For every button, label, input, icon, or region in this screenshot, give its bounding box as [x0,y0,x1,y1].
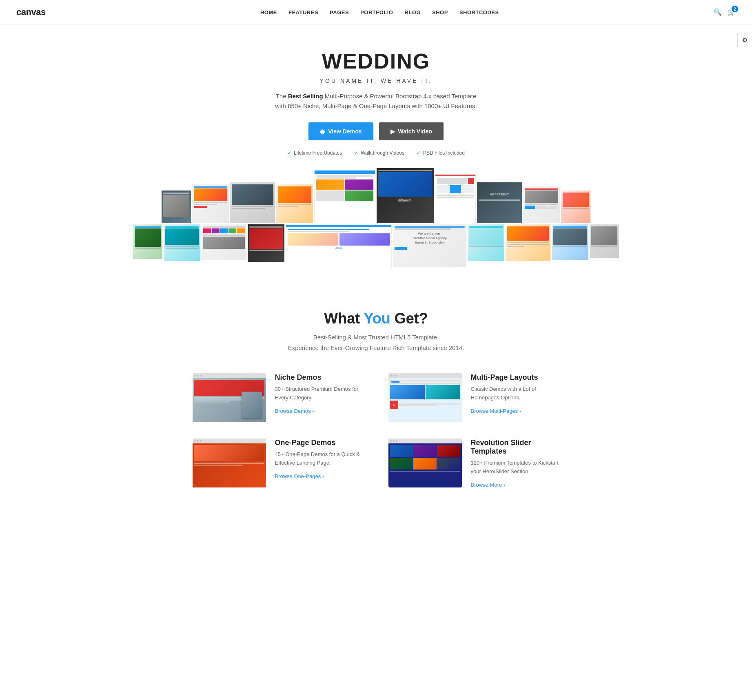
features-grid: Niche Demos 30+ Structured Premium Demos… [193,373,560,488]
revolution-content: Revolution Slider Templates 120+ Premium… [471,439,560,488]
watch-video-button[interactable]: ▶ Watch Video [379,122,444,140]
settings-button[interactable]: ⚙ [737,33,752,47]
nav-features[interactable]: FEATURES [288,9,318,16]
thumb-2-1 [133,224,162,259]
niche-demos-link[interactable]: Browse Demos › [275,408,314,414]
thumb-2-center: 3,583 [286,224,392,269]
nav-shortcodes[interactable]: SHORTCODES [459,9,499,16]
one-page-image [193,439,266,487]
settings-icon: ⚙ [742,37,748,43]
thumb-2-r1 [468,224,504,261]
check-icon-3: ✓ [417,150,421,156]
thumb-3 [230,182,275,223]
feature-revolution: Revolution Slider Templates 120+ Premium… [388,439,560,488]
site-logo[interactable]: canvas [16,7,46,18]
revolution-link[interactable]: Browse More › [471,482,506,488]
section-subtitle: Best-Selling & Most Trusted HTML5 Templa… [8,332,744,353]
thumb-2-r3 [552,224,588,260]
revolution-image [388,439,462,487]
hero-subtitle: YOU NAME IT. WE HAVE IT. [8,78,744,84]
hero-desc-bold: Best Selling [288,93,323,100]
nav-portfolio[interactable]: PORTFOLIO [360,9,393,16]
section-title: What You Get? [8,310,744,327]
play-icon: ▶ [390,128,395,135]
one-page-desc: 45+ One-Page Demos for a Quick & Effecti… [275,450,364,467]
screenshots-collage: different. [144,168,609,269]
thumb-2-2 [164,224,200,261]
niche-demos-image [193,373,266,422]
view-demos-button[interactable]: ◉ View Demos [308,122,373,140]
cart-icon[interactable]: 🛒 2 [728,8,736,16]
hero-buttons: ◉ View Demos ▶ Watch Video [8,122,744,140]
multi-page-desc: Classic Demos with a Lot of Homepages Op… [471,385,560,402]
nav-home[interactable]: HOME [260,9,277,16]
thumb-4 [276,184,313,223]
feature-one-page: One-Page Demos 45+ One-Page Demos for a … [193,439,364,488]
badge-videos: ✓ Walkthrough Videos [354,150,404,156]
multi-page-content: Multi-Page Layouts Classic Demos with a … [471,373,560,414]
one-page-title: One-Page Demos [275,439,364,447]
hero-badges: ✓ Lifetime Free Updates ✓ Walkthrough Vi… [8,150,744,156]
nav-icons: 🔍 🛒 2 [714,8,736,16]
thumb-1 [162,191,191,223]
multi-page-link[interactable]: Browse Multi-Pages › [471,408,521,414]
revolution-title: Revolution Slider Templates [471,439,560,456]
badge-updates: ✓ Lifetime Free Updates [287,150,342,156]
thumb-r3 [561,191,590,223]
hero-title: WEDDING [8,49,744,73]
check-icon-1: ✓ [287,150,291,156]
one-page-content: One-Page Demos 45+ One-Page Demos for a … [275,439,364,480]
hero-section: WEDDING YOU NAME IT. WE HAVE IT. The Bes… [0,24,752,277]
thumb-center-1 [314,170,375,223]
thumb-r2 [523,186,560,223]
niche-demos-title: Niche Demos [275,373,364,382]
niche-demos-desc: 30+ Structured Premium Demos for Every C… [275,385,364,402]
thumb-2-r4 [590,224,619,258]
feature-niche-demos: Niche Demos 30+ Structured Premium Demos… [193,373,364,422]
nav-pages[interactable]: PAGES [330,9,349,16]
search-icon[interactable]: 🔍 [714,8,722,16]
thumb-center-2: different. [377,168,434,223]
multi-page-title: Multi-Page Layouts [471,373,560,382]
nav-shop[interactable]: SHOP [432,9,448,16]
hero-description: The Best Selling Multi-Purpose & Powerfu… [270,91,482,111]
nav-blog[interactable]: BLOG [405,9,421,16]
one-page-link[interactable]: Browse One-Pages › [275,473,324,479]
thumb-2-4 [248,224,284,262]
thumb-2-r2 [506,224,550,261]
multi-page-image: $ [388,373,462,422]
revolution-desc: 120+ Premium Templates to Kickstart your… [471,459,560,476]
what-you-get-section: What You Get? Best-Selling & Most Truste… [0,277,752,513]
monitor-icon: ◉ [320,128,325,135]
niche-demos-content: Niche Demos 30+ Structured Premium Demos… [275,373,364,414]
thumb-2-center2: We are Canvas,Creative Media AgencyBased… [393,224,466,267]
check-icon-2: ✓ [354,150,358,156]
cart-count: 2 [732,6,738,12]
feature-multi-page: $ Multi-Page Layouts Classic Demos with … [388,373,560,422]
badge-psd: ✓ PSD Files Included [417,150,465,156]
thumb-2-3 [202,224,246,260]
thumb-center-3 [435,174,476,223]
thumb-r1: HEARTBEAT [477,182,522,223]
nav-links: HOME FEATURES PAGES PORTFOLIO BLOG SHOP … [260,9,499,16]
thumb-2 [192,184,229,223]
navbar: canvas HOME FEATURES PAGES PORTFOLIO BLO… [0,0,752,24]
